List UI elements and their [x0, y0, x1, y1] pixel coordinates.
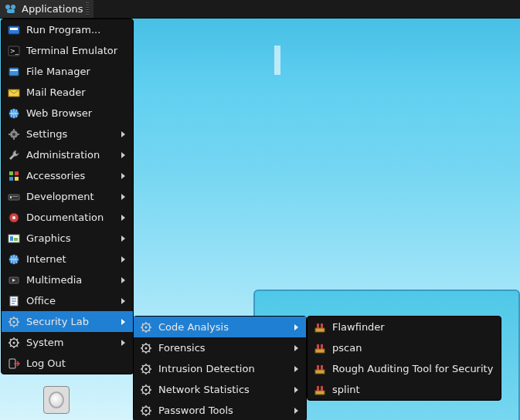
applications-menu-item-security-lab[interactable]: Security Lab [2, 311, 133, 332]
svg-rect-109 [321, 323, 323, 328]
applications-menu-item-internet[interactable]: Internet [2, 249, 133, 269]
menu-item-label: Forensics [158, 342, 287, 354]
top-panel: Applications [0, 0, 520, 19]
svg-line-84 [149, 371, 151, 373]
run-icon [8, 24, 20, 36]
applications-menu-item-log-out[interactable]: Log Out [2, 353, 133, 374]
globe-icon [8, 107, 20, 120]
svg-rect-118 [321, 386, 323, 391]
accessories-icon [8, 170, 20, 182]
menu-item-label: Code Analysis [158, 321, 287, 333]
gear-light-icon [140, 321, 152, 334]
chevron-right-icon [121, 152, 125, 158]
chevron-right-icon [121, 298, 125, 304]
security-lab-submenu-item-intrusion-detection[interactable]: Intrusion Detection [134, 358, 306, 379]
chevron-right-icon [121, 319, 125, 325]
menu-item-label: Intrusion Detection [158, 363, 287, 374]
gear-light-icon [140, 405, 152, 417]
svg-rect-114 [317, 365, 319, 370]
svg-rect-20 [15, 177, 19, 181]
chevron-right-icon [294, 387, 298, 393]
menu-item-label: splint [332, 384, 493, 395]
svg-point-78 [145, 368, 148, 370]
svg-rect-8 [10, 69, 18, 71]
svg-line-42 [10, 318, 12, 320]
svg-line-73 [142, 344, 144, 346]
menu-item-label: Development [26, 191, 114, 202]
svg-point-47 [13, 341, 15, 344]
dev-icon [8, 191, 20, 203]
applications-menu-item-file-manager[interactable]: File Manager [2, 61, 133, 82]
svg-point-25 [12, 216, 15, 219]
svg-rect-110 [315, 349, 325, 353]
menu-item-label: Graphics [26, 232, 114, 244]
chevron-right-icon [294, 366, 298, 372]
security-lab-submenu-item-network-statistics[interactable]: Network Statistics [134, 379, 306, 400]
wrench-icon [8, 149, 20, 161]
panel-handle[interactable] [86, 2, 89, 16]
svg-rect-113 [315, 370, 325, 374]
tool-icon [314, 321, 326, 334]
security-lab-submenu-item-forensics[interactable]: Forensics [134, 337, 306, 358]
menu-item-label: Accessories [26, 170, 114, 181]
svg-rect-17 [9, 171, 13, 175]
chevron-right-icon [121, 194, 125, 200]
svg-rect-115 [321, 365, 323, 370]
svg-point-0 [5, 5, 10, 9]
applications-menu-item-administration[interactable]: Administration [2, 144, 133, 165]
chevron-right-icon [121, 340, 125, 346]
chevron-right-icon [294, 345, 298, 351]
svg-text:>_: >_ [10, 48, 19, 55]
svg-line-86 [149, 365, 151, 367]
svg-line-65 [142, 330, 144, 331]
applications-menu-item-mail-reader[interactable]: Mail Reader [2, 82, 133, 103]
chevron-right-icon [121, 277, 125, 283]
file-system-desktop-icon[interactable] [43, 386, 70, 414]
menu-item-label: Run Program... [26, 24, 125, 36]
svg-line-76 [149, 344, 151, 346]
code-analysis-submenu-item-flawfinder[interactable]: Flawfinder [308, 317, 501, 337]
svg-line-66 [149, 323, 151, 325]
svg-line-105 [142, 413, 144, 415]
applications-menu-item-multimedia[interactable]: Multimedia [2, 269, 133, 290]
svg-line-96 [149, 386, 151, 388]
security-lab-submenu-item-code-analysis[interactable]: Code Analysis [134, 317, 306, 337]
applications-menu-item-terminal-emulator[interactable]: >_Terminal Emulator [2, 40, 133, 61]
menu-item-label: Internet [26, 253, 114, 265]
code-analysis-submenu-item-splint[interactable]: splint [308, 379, 501, 400]
applications-menu-item-accessories[interactable]: Accessories [2, 165, 133, 186]
menu-item-label: Mail Reader [26, 86, 125, 98]
files-icon [8, 66, 20, 78]
applications-menu-item-documentation[interactable]: Documentation [2, 207, 133, 228]
svg-point-98 [145, 409, 148, 412]
chevron-right-icon [294, 408, 298, 414]
code-analysis-submenu-item-rough-auditing-tool-for-security[interactable]: Rough Auditing Tool for Security [308, 358, 501, 379]
applications-menu-item-settings[interactable]: Settings [2, 124, 133, 144]
applications-menu-item-development[interactable]: Development [2, 186, 133, 207]
applications-menu-item-run-program[interactable]: Run Program... [2, 19, 133, 40]
gear-light-icon [140, 384, 152, 396]
gear-light-icon [8, 337, 20, 349]
svg-line-74 [149, 351, 151, 352]
tool-icon [314, 342, 326, 354]
code-analysis-submenu-item-pscan[interactable]: pscan [308, 337, 501, 358]
menu-item-label: System [26, 337, 114, 348]
svg-line-85 [142, 371, 144, 373]
mail-icon [8, 86, 20, 99]
applications-menu-item-web-browser[interactable]: Web Browser [2, 103, 133, 124]
security-lab-submenu-item-password-tools[interactable]: Password Tools [134, 400, 306, 420]
applications-menu-item-system[interactable]: System [2, 332, 133, 353]
svg-rect-23 [12, 196, 18, 197]
svg-line-106 [149, 407, 151, 408]
applications-menu-item-office[interactable]: Office [2, 290, 133, 311]
svg-point-37 [13, 320, 15, 323]
applications-menu-item-graphics[interactable]: Graphics [2, 228, 133, 249]
svg-line-103 [142, 407, 144, 408]
chevron-right-icon [121, 131, 125, 137]
svg-rect-7 [9, 68, 19, 76]
svg-line-55 [17, 339, 19, 340]
chevron-right-icon [294, 324, 298, 330]
applications-menu-button[interactable]: Applications [0, 0, 93, 18]
menu-item-label: pscan [332, 342, 493, 354]
menu-item-label: Flawfinder [332, 321, 493, 333]
